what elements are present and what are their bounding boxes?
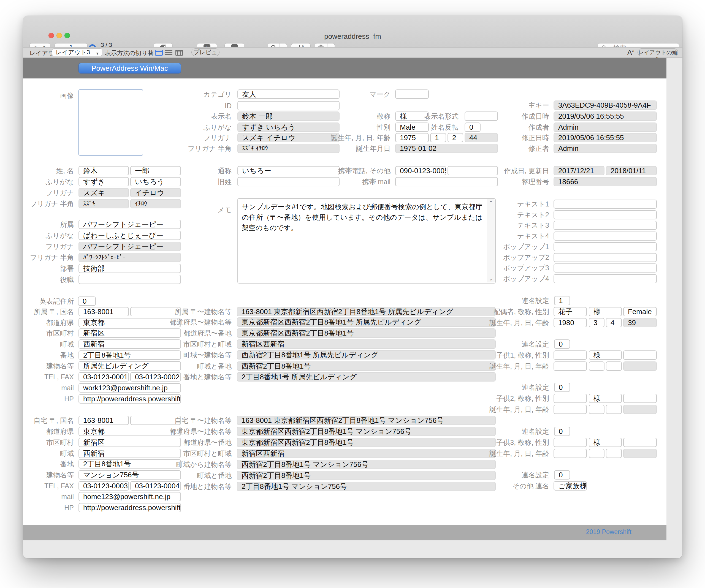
field-id[interactable] xyxy=(237,101,339,110)
field-joint4[interactable]: 0 xyxy=(554,427,570,436)
field-child3-age[interactable] xyxy=(623,449,657,458)
field-last-name[interactable]: 鈴木 xyxy=(79,166,129,175)
image-field[interactable] xyxy=(79,90,143,155)
field-home-block-bldg[interactable]: 2丁目8番地1号 マンション756号 xyxy=(237,482,496,491)
field-updated-date[interactable]: 2018/01/11 xyxy=(606,166,657,175)
field-child3-gender[interactable] xyxy=(623,438,657,447)
field-last-katakana[interactable]: スズキ xyxy=(79,188,129,197)
field-popup1[interactable] xyxy=(554,242,657,251)
field-spouse-birth-month[interactable]: 3 xyxy=(589,318,605,327)
field-child3-birth-day[interactable] xyxy=(606,449,622,458)
field-name-invert[interactable]: 0 xyxy=(465,122,480,132)
field-other-joint[interactable]: ご家族様 xyxy=(554,481,587,491)
field-org[interactable]: パワーシフトジェーピー xyxy=(79,220,181,229)
field-child2-birth-day[interactable] xyxy=(606,405,622,414)
field-child1-birth-day[interactable] xyxy=(606,361,622,371)
field-spouse-honorific[interactable]: 様 xyxy=(589,307,622,316)
field-birth-day[interactable]: 2 xyxy=(448,133,463,142)
field-home-pref-bldg[interactable]: 東京都新宿区西新宿2丁目8番地1号 マンション756号 xyxy=(237,427,496,436)
preview-button[interactable]: プレビュー xyxy=(191,48,220,56)
field-first-katakana[interactable]: イチロウ xyxy=(130,188,181,197)
field-home-tel[interactable]: 03-0123-0003 xyxy=(79,481,129,491)
field-created-ts[interactable]: 2019/05/06 16:55:55 xyxy=(554,111,657,121)
field-mark[interactable] xyxy=(395,90,429,99)
field-work-zip[interactable]: 163-8001 xyxy=(79,307,129,316)
field-text2[interactable] xyxy=(554,210,657,219)
field-spouse-name[interactable]: 花子 xyxy=(554,307,587,316)
field-dept[interactable]: 技術部 xyxy=(79,264,181,273)
field-joint1[interactable]: 1 xyxy=(554,296,570,305)
field-popup4[interactable] xyxy=(554,274,657,283)
field-created-date[interactable]: 2017/12/21 xyxy=(554,166,605,175)
field-work-zip-bldg[interactable]: 163-8001 東京都新宿区西新宿2丁目8番地1号 所属先ビルディング xyxy=(237,307,496,316)
field-child2-birth-year[interactable] xyxy=(554,405,587,414)
field-spouse-birth-day[interactable]: 4 xyxy=(606,318,622,327)
field-child1-honorific[interactable]: 様 xyxy=(589,350,622,360)
field-child2-birth-month[interactable] xyxy=(589,405,605,414)
field-home-zip-bldg[interactable]: 163-8001 東京都新宿区西新宿2丁目8番地1号 マンション756号 xyxy=(237,416,496,425)
table-view-icon[interactable] xyxy=(176,50,183,56)
field-child1-age[interactable] xyxy=(623,361,657,371)
field-work-mail[interactable]: work123@powershift.ne.jp xyxy=(79,383,181,393)
field-work-town-block[interactable]: 西新宿2丁目8番地1号 xyxy=(237,361,496,371)
field-child3-birth-year[interactable] xyxy=(554,449,587,458)
field-home-mail[interactable]: home123@powershift.ne.jp xyxy=(79,492,181,501)
field-text1[interactable] xyxy=(554,200,657,209)
field-child1-gender[interactable] xyxy=(623,350,657,360)
field-org-hiragana[interactable]: ぱわーしふとじぇーぴー xyxy=(79,231,181,240)
field-joint5[interactable]: 0 xyxy=(554,470,570,480)
field-child1-birth-year[interactable] xyxy=(554,361,587,371)
field-work-tel[interactable]: 03-0123-0001 xyxy=(79,372,129,382)
field-work-pref-bldg[interactable]: 東京都新宿区西新宿2丁目8番地1号 所属先ビルディング xyxy=(237,317,496,327)
field-popup2[interactable] xyxy=(554,253,657,262)
field-home-city-town[interactable]: 新宿区西新宿 xyxy=(237,449,496,458)
field-home-pref-block[interactable]: 東京都新宿区西新宿2丁目8番地1号 xyxy=(237,438,496,447)
field-org-katakana-half[interactable]: ﾊﾟﾜｰｼﾌﾄｼﾞｪｰﾋﾟｰ xyxy=(79,253,181,262)
field-work-city-town[interactable]: 新宿区西新宿 xyxy=(237,339,496,349)
field-last-hiragana[interactable]: すずき xyxy=(79,177,129,186)
field-memo[interactable]: サンプルデータ#1です。地図検索および郵便番号検索の例として、東京都庁の住所（〒… xyxy=(237,198,496,284)
field-child1-name[interactable] xyxy=(554,350,587,360)
edit-layout-button[interactable]: レイアウトの編集 xyxy=(638,48,678,56)
text-formatting-icon[interactable]: Aa xyxy=(627,48,634,56)
field-work-town-bldg[interactable]: 西新宿2丁目8番地1号 所属先ビルディング xyxy=(237,350,496,359)
field-child1-birth-month[interactable] xyxy=(589,361,605,371)
field-home-hp[interactable]: http://poweraddress.powershift.jp/ xyxy=(79,503,181,512)
field-work-block-bldg[interactable]: 2丁目8番地1号 所属先ビルディング xyxy=(237,372,496,382)
field-child3-birth-month[interactable] xyxy=(589,449,605,458)
field-en-addr[interactable]: 0 xyxy=(78,296,96,306)
field-work-pref-block[interactable]: 東京都新宿区西新宿2丁目8番地1号 xyxy=(237,329,496,338)
field-last-katakana-half[interactable]: ｽｽﾞｷ xyxy=(79,199,129,208)
field-child2-honorific[interactable]: 様 xyxy=(589,394,622,403)
field-org-katakana[interactable]: パワーシフトジェーピー xyxy=(79,242,181,251)
field-child3-name[interactable] xyxy=(554,438,587,447)
field-text3[interactable] xyxy=(554,221,657,230)
field-child2-name[interactable] xyxy=(554,394,587,403)
field-joint3[interactable]: 0 xyxy=(554,383,570,392)
field-joint2[interactable]: 0 xyxy=(554,339,570,349)
field-spouse-birth-year[interactable]: 1980 xyxy=(554,318,587,327)
field-birth-year[interactable]: 1975 xyxy=(395,133,429,142)
layout-select[interactable]: レイアウト3▼ xyxy=(52,48,102,56)
app-title-button[interactable]: PowerAddress Win/Mac xyxy=(79,63,181,74)
field-role[interactable] xyxy=(79,275,181,284)
field-popup3[interactable] xyxy=(554,263,657,273)
field-mobile[interactable]: 090-0123-0005 xyxy=(395,166,446,175)
field-text4[interactable] xyxy=(554,232,657,241)
field-home-town-block[interactable]: 西新宿2丁目8番地1号 xyxy=(237,471,496,480)
field-serial[interactable]: 18666 xyxy=(554,177,657,186)
list-view-icon[interactable] xyxy=(165,50,173,56)
field-child2-gender[interactable] xyxy=(623,394,657,403)
form-view-icon[interactable] xyxy=(155,50,163,56)
field-birth-month[interactable]: 1 xyxy=(430,133,446,142)
field-modified-ts[interactable]: 2019/05/06 16:55:55 xyxy=(554,133,657,142)
field-spouse-gender[interactable]: Female xyxy=(623,307,657,316)
field-work-hp[interactable]: http://poweraddress.powershift.jp/ xyxy=(79,394,181,403)
field-child2-age[interactable] xyxy=(623,405,657,414)
field-modifier[interactable]: Admin xyxy=(554,144,657,153)
field-spouse-age[interactable]: 39 xyxy=(623,318,657,327)
field-pk[interactable]: 3A63EDC9-409B-4058-9A4F xyxy=(554,100,657,110)
field-home-zip[interactable]: 163-8001 xyxy=(79,416,129,425)
field-home-town-bldg[interactable]: 西新宿2丁目8番地1号 マンション756号 xyxy=(237,460,496,469)
field-child3-honorific[interactable]: 様 xyxy=(589,438,622,447)
